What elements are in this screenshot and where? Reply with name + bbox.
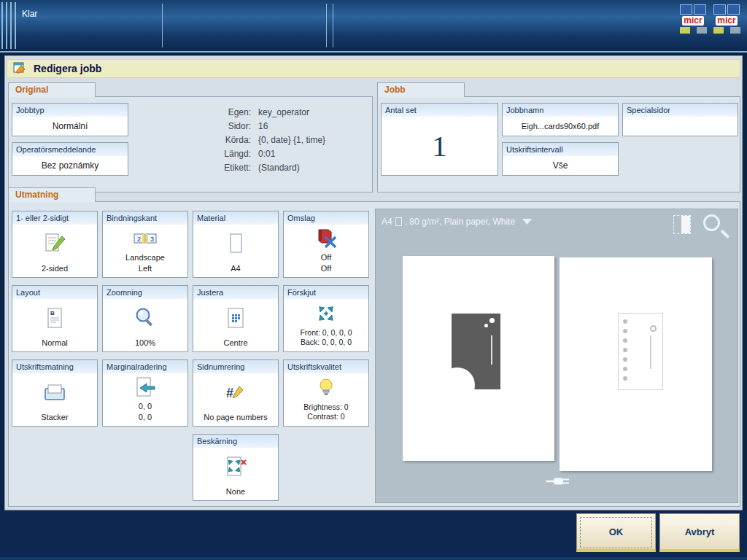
tab-utmatning[interactable]: Utmatning xyxy=(8,187,96,202)
info-row: Körda:{0, date} {1, time} xyxy=(196,133,325,147)
option-label: Layout xyxy=(12,286,97,299)
antal-set-field[interactable]: Antal set 1 xyxy=(381,103,498,176)
plug-icon[interactable] xyxy=(545,476,571,486)
logo-baseline-icon xyxy=(680,27,707,34)
info-label: Etikett: xyxy=(196,161,251,175)
option-crop[interactable]: Beskärning None xyxy=(193,434,279,501)
logo-baseline-icon xyxy=(713,27,740,34)
option-align[interactable]: Justera Centre xyxy=(193,285,279,352)
dialog-titlebar: Redigera jobb xyxy=(7,59,740,78)
option-shift[interactable]: Förskjut Front: 0, 0, 0, 0Back: 0, 0, 0,… xyxy=(283,285,369,352)
option-value: Normal xyxy=(12,338,97,348)
info-value: (Standard) xyxy=(258,161,300,175)
screen: Klar micr micr xyxy=(0,0,747,560)
align-icon xyxy=(193,299,278,338)
bottom-bar: OK Avbryt xyxy=(0,510,747,560)
option-print-quality[interactable]: Utskriftskvalitet Brightness: 0Contrast:… xyxy=(283,359,369,427)
option-covers[interactable]: Omslag OffOff xyxy=(283,211,369,278)
option-sides[interactable]: 1- eller 2-sidigt 2-sided xyxy=(12,211,98,278)
option-label: Utskriftsmatning xyxy=(12,360,97,373)
paper-stock-selector[interactable]: A4 , 80 g/m², Plain paper, White xyxy=(382,217,532,227)
option-label: Bindningskant xyxy=(103,211,187,225)
micr-logo: micr xyxy=(678,4,708,34)
option-page-numbering[interactable]: Sidnumrering # No page numbers xyxy=(193,359,279,427)
info-row: Sidor:16 xyxy=(196,120,325,133)
info-label: Körda: xyxy=(196,133,251,147)
option-label: Förskjut xyxy=(284,286,368,299)
option-value: Back: 0, 0, 0, 0 xyxy=(284,338,368,348)
edit-job-icon xyxy=(13,61,28,77)
magnifier-icon[interactable] xyxy=(701,212,730,241)
option-margin-erase[interactable]: Marginalradering 0, 00, 0 xyxy=(102,359,188,427)
svg-text:B: B xyxy=(50,310,55,316)
field-value: Eigh...cards90x60.pdf xyxy=(503,117,618,136)
field-label: Operatörsmeddelande xyxy=(12,143,128,156)
option-label: Omslag xyxy=(284,211,368,225)
option-value: 2-sided xyxy=(12,263,97,273)
specialsidor-field[interactable]: Specialsidor xyxy=(622,103,738,136)
logo-squares-icon xyxy=(680,4,706,15)
svg-text:2: 2 xyxy=(137,236,141,243)
info-value: 0:01 xyxy=(258,147,275,161)
paper-icon xyxy=(193,225,278,263)
paper-details: , 80 g/m², Plain paper, White xyxy=(405,217,515,227)
operator-message-field[interactable]: Operatörsmeddelande Bez poznámky xyxy=(12,142,128,176)
tab-jobb[interactable]: Jobb xyxy=(377,82,465,97)
option-label: Justera xyxy=(193,286,278,299)
jobbtyp-field[interactable]: Jobbtyp Normální xyxy=(12,103,128,136)
jobbnamn-field[interactable]: Jobbnamn Eigh...cards90x60.pdf xyxy=(502,103,619,136)
option-value: 0, 0 xyxy=(103,412,187,422)
set-count-value: 1 xyxy=(433,129,447,163)
option-output-destination[interactable]: Utskriftsmatning Stacker xyxy=(12,359,98,427)
option-value: A4 xyxy=(193,263,278,273)
option-value: Centre xyxy=(193,338,278,348)
info-value: key_operator xyxy=(258,106,309,120)
cancel-button[interactable]: Avbryt xyxy=(659,513,740,552)
paper-sheet-icon xyxy=(395,217,402,226)
tab-original[interactable]: Original xyxy=(8,82,96,97)
option-value: Stacker xyxy=(12,412,97,422)
stacker-icon xyxy=(12,373,97,412)
brand-logos: micr micr xyxy=(678,4,741,34)
paper-size: A4 xyxy=(382,217,392,227)
option-zoom[interactable]: Zoomning 100% xyxy=(102,285,188,352)
option-value: Front: 0, 0, 0, 0 xyxy=(284,328,368,338)
option-binding-edge[interactable]: Bindningskant 2 3 LandscapeLeft xyxy=(102,211,188,278)
field-value: Bez poznámky xyxy=(12,156,128,175)
option-layout[interactable]: Layout B Normal xyxy=(12,285,98,352)
field-value xyxy=(623,117,738,136)
shift-icon xyxy=(284,299,368,328)
preview-page-1 xyxy=(403,256,554,461)
layout-icon: B xyxy=(12,299,97,338)
page-layout-icon[interactable] xyxy=(673,215,691,234)
margin-erase-icon xyxy=(103,373,187,401)
dialog-title: Redigera jobb xyxy=(34,63,101,74)
field-label: Antal set xyxy=(382,104,498,117)
logo-squares-icon xyxy=(713,4,740,15)
group-original: Jobbtyp Normální Operatörsmeddelande Bez… xyxy=(8,96,373,192)
field-label: Utskriftsintervall xyxy=(503,143,618,156)
option-value: Landscape xyxy=(103,252,187,262)
info-row: Längd:0:01 xyxy=(196,147,325,161)
topbar-divider xyxy=(162,4,163,47)
info-row: Etikett:(Standard) xyxy=(196,161,325,175)
field-label: Jobbnamn xyxy=(503,104,618,117)
two-sided-icon xyxy=(12,225,97,263)
group-jobb: Antal set 1 Jobbnamn Eigh...cards90x60.p… xyxy=(377,96,740,192)
info-value: 16 xyxy=(258,120,268,133)
field-value: Vše xyxy=(503,156,618,175)
option-label: Beskärning xyxy=(193,435,278,448)
ok-button[interactable]: OK xyxy=(576,513,656,552)
option-value: Off xyxy=(284,252,368,262)
covers-icon xyxy=(284,225,368,252)
crop-icon xyxy=(193,448,278,486)
option-material[interactable]: Material A4 xyxy=(193,211,279,278)
field-value: Normální xyxy=(12,117,128,136)
option-label: Marginalradering xyxy=(103,360,187,373)
utskriftsintervall-field[interactable]: Utskriftsintervall Vše xyxy=(502,142,619,176)
info-label: Längd: xyxy=(196,147,251,161)
preview-page-2 xyxy=(560,257,712,471)
edit-job-dialog: Redigera jobb Original Jobbtyp Normální … xyxy=(4,55,743,510)
option-value: Contrast: 0 xyxy=(284,412,368,422)
option-value: Left xyxy=(103,263,187,273)
